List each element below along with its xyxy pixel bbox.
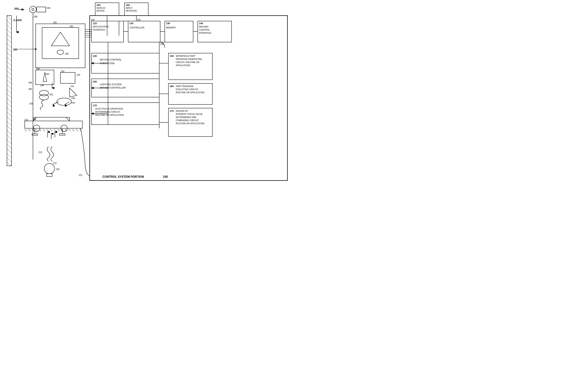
workpiece-label4: APPLICATION — [176, 64, 190, 67]
imaging-id: 140 — [199, 22, 203, 25]
ref-294: 294 — [47, 7, 50, 9]
roi-id: 175 — [170, 110, 174, 112]
partprog-label2: EXECUTING CIRCUIT, — [176, 88, 198, 91]
workpiece-id: 155 — [170, 55, 174, 57]
ref-288: 288 — [28, 81, 32, 84]
ref-220: 220 — [56, 168, 60, 171]
io-id: 110 — [93, 22, 97, 25]
autofocus-id: 170 — [93, 104, 97, 107]
ref-240: 240 — [71, 97, 75, 99]
partprog-id: 165 — [170, 85, 174, 88]
control-system-label: CONTROL SYSTEM PORTION — [103, 175, 144, 178]
imaging-label2: CONTROL — [199, 29, 210, 31]
ref-252: 252 — [49, 93, 53, 96]
diagram-container: CONTROL SYSTEM PORTION 100 102 DISPLAY D… — [0, 0, 294, 191]
imaging-label1: IMAGING — [199, 25, 209, 28]
roi-label3: DETERMINING AND — [176, 116, 196, 119]
ref-200: 200 — [14, 7, 19, 10]
partprog-label1: PART PROGRAM — [176, 85, 193, 88]
ref-284: 284 — [36, 68, 40, 70]
roi-label4: COMPARING CIRCUIT, — [176, 119, 199, 122]
ref-105: 105 — [137, 19, 141, 21]
display-id: 102 — [96, 4, 101, 6]
ref-281: 281 — [46, 73, 49, 75]
io-label1: INPUT/OUTPUT — [93, 25, 109, 28]
zaxis-label: Z-AXIS — [13, 19, 22, 22]
lighting-label1: LIGHTING SYSTEM — [100, 83, 121, 86]
ref-280: 280 — [28, 88, 32, 90]
workpiece-label1: WORKPIECE PART — [176, 55, 195, 57]
memory-id: 130 — [166, 22, 170, 25]
ref-260: 260 — [65, 53, 69, 55]
ref-241: 241 — [70, 85, 74, 88]
workpiece-label2: PROGRAM GENERATING — [176, 58, 202, 61]
ref-205: 205 — [53, 21, 57, 24]
autofocus-label1: AUTO FOCUS OPERATION — [95, 108, 123, 110]
input-label1: INPUT — [126, 7, 132, 9]
display-label2: DEVICE — [96, 10, 105, 12]
display-label1: DISPLAY — [96, 7, 106, 9]
controller-label: CONTROLLER — [129, 26, 145, 29]
ref-262: 262 — [70, 25, 73, 28]
ref-255: 255 — [29, 102, 33, 105]
lighting-label2: DRIVER/CONTROLLER — [100, 86, 126, 89]
roi-label5: ROUTINE OR APPLICATION — [176, 122, 204, 125]
ref-230: 230 — [77, 74, 80, 76]
ref-221: 221 — [79, 174, 82, 177]
ref-20: 20 — [33, 118, 36, 121]
ref-242: 242 — [71, 102, 75, 104]
ref-210: 210 — [24, 119, 28, 121]
workpiece-label3: CIRCUIT, ROUTINE OR — [176, 61, 200, 64]
roi-label1: REGION OF — [176, 110, 188, 112]
ref-212: 212 — [39, 151, 42, 154]
ref-103: 103 — [91, 19, 94, 21]
ref-250: 250 — [13, 48, 18, 51]
io-label2: INTERFACE — [93, 29, 105, 31]
lighting-id: 150 — [93, 80, 97, 83]
partprog-label3: ROUTINE OR APPLICATION — [176, 91, 204, 94]
autofocus-label3: ROUTINE OR APPLICATION — [95, 114, 124, 116]
motion-id: 145 — [93, 55, 97, 57]
controller-id: 120 — [129, 22, 133, 25]
input-label2: DEVICE(S) — [126, 10, 137, 12]
roi-label2: INTEREST FOCUS VALUE — [176, 113, 203, 115]
input-id: 104 — [126, 4, 130, 6]
ref-232: 232 — [61, 70, 64, 72]
imaging-label3: INTERFACE — [199, 32, 211, 34]
ref-222: 222 — [53, 162, 57, 165]
control-system-id: 100 — [163, 175, 168, 178]
ref-286: 286 — [40, 84, 44, 87]
ref-296: 296 — [34, 15, 38, 18]
motion-label1: MOTION CONTROL — [100, 58, 122, 61]
memory-label: MEMORY — [166, 26, 176, 29]
